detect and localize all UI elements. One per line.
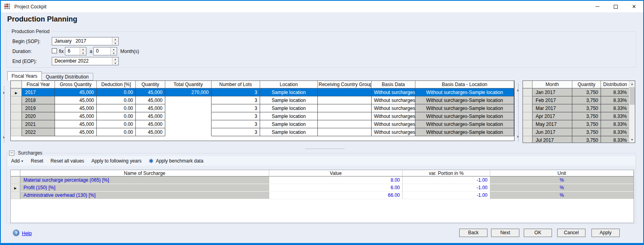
grid-cell[interactable]: 8.33% bbox=[601, 136, 630, 143]
column-header[interactable]: Quantity bbox=[572, 81, 601, 88]
cancel-button[interactable]: Cancel bbox=[557, 229, 585, 237]
spin-up-icon[interactable]: ▲ bbox=[111, 47, 117, 51]
apply-button[interactable]: Apply bbox=[591, 229, 620, 237]
grid-cell[interactable]: Without surcharges-Sample location bbox=[415, 112, 514, 120]
grid-cell[interactable]: -1.00 bbox=[403, 176, 490, 184]
column-header[interactable]: Fiscal Year bbox=[22, 81, 55, 88]
row-selector[interactable] bbox=[11, 104, 22, 112]
spin-up-icon[interactable]: ▲ bbox=[112, 57, 118, 61]
spin-down-icon[interactable]: ▼ bbox=[112, 41, 118, 45]
row-selector[interactable]: ▶ bbox=[11, 88, 22, 96]
fix-checkbox[interactable] bbox=[52, 48, 57, 53]
row-selector[interactable] bbox=[523, 96, 532, 104]
grid-cell[interactable]: 270,000 bbox=[165, 88, 211, 96]
spin-down-icon[interactable]: ▼ bbox=[80, 51, 86, 55]
column-header[interactable]: Number of Lots bbox=[211, 81, 260, 88]
column-header[interactable]: Total Quantity bbox=[165, 81, 211, 88]
grid-cell[interactable] bbox=[318, 88, 372, 96]
left-splitter[interactable] bbox=[4, 86, 5, 143]
row-selector[interactable] bbox=[523, 128, 532, 136]
column-header[interactable]: Unit bbox=[490, 170, 634, 176]
grid-cell[interactable]: 8.33% bbox=[601, 128, 630, 136]
grid-cell[interactable] bbox=[165, 104, 211, 112]
grid-cell[interactable]: Without surcharges-Sample location bbox=[415, 104, 514, 112]
grid-cell[interactable]: 2022 bbox=[22, 128, 55, 136]
column-header[interactable]: Basis Data - Location bbox=[415, 81, 514, 88]
grid-cell[interactable] bbox=[165, 96, 211, 104]
back-button[interactable]: Back bbox=[459, 229, 487, 237]
grid-cell[interactable]: 3 bbox=[211, 112, 260, 120]
grid-cell[interactable]: Without surcharges-Sample location bbox=[415, 88, 514, 96]
grid-cell[interactable]: 6.00 bbox=[269, 184, 403, 192]
duration-months-spinner[interactable]: 0 ▲ ▼ bbox=[93, 47, 117, 55]
grid-cell[interactable]: Sample location bbox=[260, 128, 318, 136]
grid-cell[interactable]: Without surcharges bbox=[372, 88, 415, 96]
ok-button[interactable]: OK bbox=[524, 229, 552, 237]
grid-cell[interactable]: 2018 bbox=[22, 96, 55, 104]
grid-cell[interactable]: 45,000 bbox=[136, 104, 165, 112]
add-button[interactable]: Add▼ bbox=[11, 158, 23, 164]
grid-cell[interactable]: 45,000 bbox=[136, 96, 165, 104]
grid-cell[interactable]: 2021 bbox=[22, 120, 55, 128]
grid-cell[interactable]: Without surcharges bbox=[372, 96, 415, 104]
grid-cell[interactable]: 3 bbox=[211, 104, 260, 112]
grid-cell[interactable]: 66.00 bbox=[269, 192, 403, 199]
grid-cell[interactable]: 0.00 bbox=[97, 104, 136, 112]
row-selector[interactable] bbox=[11, 120, 22, 128]
scroll-up-icon[interactable]: ▲ bbox=[629, 81, 635, 87]
grid-cell[interactable]: 3,750 bbox=[572, 136, 601, 143]
row-selector[interactable] bbox=[11, 96, 22, 104]
column-header[interactable]: Deduction [%] bbox=[97, 81, 136, 88]
grid-cell[interactable]: 3,750 bbox=[572, 96, 601, 104]
row-selector[interactable] bbox=[11, 192, 20, 199]
grid-cell[interactable]: Sample location bbox=[260, 96, 318, 104]
grid-cell[interactable] bbox=[318, 120, 372, 128]
grid-cell[interactable]: 8.00 bbox=[269, 176, 403, 184]
grid-cell[interactable]: 3,750 bbox=[572, 120, 601, 128]
grid-cell[interactable] bbox=[318, 96, 372, 104]
grid-cell[interactable]: % bbox=[490, 176, 634, 184]
grid-cell[interactable]: 45,000 bbox=[55, 104, 97, 112]
grid-cell[interactable]: 3,750 bbox=[572, 104, 601, 112]
grid-cell[interactable]: 3,750 bbox=[572, 88, 601, 96]
grid-cell[interactable]: 45,000 bbox=[55, 88, 97, 96]
month-grid-scrollbar[interactable]: ▲ ▼ bbox=[629, 81, 635, 143]
close-button[interactable]: ✕ bbox=[625, 1, 643, 12]
grid-cell[interactable]: % bbox=[490, 184, 634, 192]
row-selector[interactable] bbox=[11, 128, 22, 136]
grid-cell[interactable]: 3 bbox=[211, 88, 260, 96]
grid-cell[interactable]: % bbox=[490, 192, 634, 199]
grid-cell[interactable] bbox=[165, 112, 211, 120]
row-selector[interactable] bbox=[523, 112, 532, 120]
collapse-toggle-button[interactable]: − bbox=[9, 151, 14, 156]
row-selector[interactable] bbox=[523, 120, 532, 128]
row-selector[interactable] bbox=[523, 88, 532, 96]
grid-cell[interactable]: 45,000 bbox=[55, 128, 97, 136]
grid-cell[interactable]: 45,000 bbox=[136, 88, 165, 96]
grid-cell[interactable] bbox=[318, 112, 372, 120]
row-selector[interactable] bbox=[523, 136, 532, 143]
grid-cell[interactable]: Sample location bbox=[260, 88, 318, 96]
grid-cell[interactable]: 3 bbox=[211, 120, 260, 128]
grid-cell[interactable]: 8.33% bbox=[601, 88, 630, 96]
grid-cell[interactable]: Without surcharges bbox=[372, 112, 415, 120]
grid-cell[interactable]: 0.00 bbox=[97, 88, 136, 96]
tab-fiscal-years[interactable]: Fiscal Years bbox=[7, 71, 42, 80]
grid-cell[interactable]: 0.00 bbox=[97, 96, 136, 104]
column-header[interactable]: Receiving Country Group bbox=[318, 81, 372, 88]
row-selector[interactable]: ▶ bbox=[11, 184, 20, 192]
column-header[interactable]: Name of Surcharge bbox=[20, 170, 269, 176]
grid-cell[interactable]: 45,000 bbox=[136, 112, 165, 120]
column-header[interactable]: var. Portion in % bbox=[403, 170, 490, 176]
column-header[interactable]: Basis Data bbox=[372, 81, 415, 88]
grid-cell[interactable]: Mar 2017 bbox=[532, 104, 572, 112]
grid-cell[interactable]: 45,000 bbox=[55, 96, 97, 104]
grid-cell[interactable]: Jun 2017 bbox=[532, 128, 572, 136]
grid-cell[interactable]: 45,000 bbox=[55, 120, 97, 128]
grid-cell[interactable]: Without surcharges bbox=[372, 128, 415, 136]
tab-quantity-distribution[interactable]: Quantity Distribution bbox=[42, 73, 93, 80]
grid-cell[interactable]: Without surcharges-Sample location bbox=[415, 120, 514, 128]
apply-to-following-years-button[interactable]: Apply to following years bbox=[91, 158, 141, 164]
column-header[interactable]: Quantity bbox=[136, 81, 165, 88]
grid-cell[interactable]: Profit (150) [%] bbox=[20, 184, 269, 192]
